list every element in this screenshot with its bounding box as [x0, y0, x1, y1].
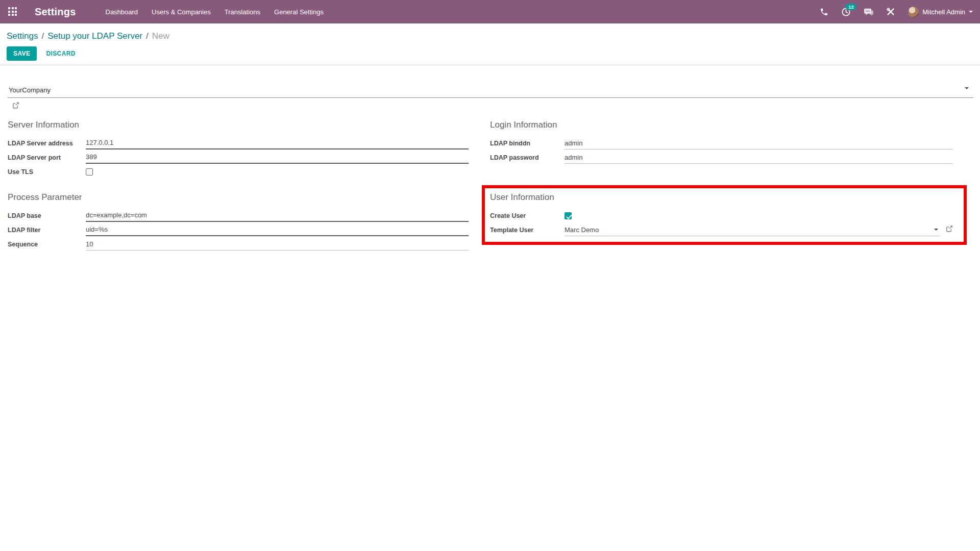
field-row-ldap-server-address: LDAP Server address: [8, 136, 469, 151]
field-label: Use TLS: [8, 168, 86, 176]
section-title: Server Information: [8, 120, 469, 130]
field-row-sequence: Sequence: [8, 237, 469, 252]
external-link-icon[interactable]: [946, 225, 953, 234]
field-row-ldap-base: LDAP base: [8, 209, 469, 223]
field-row-ldap-binddn: LDAP binddn: [490, 136, 953, 151]
nav-item-users-companies[interactable]: Users & Companies: [152, 6, 211, 18]
form-groups: Server Information LDAP Server address L…: [8, 120, 973, 252]
company-input[interactable]: [8, 86, 973, 97]
external-link-icon[interactable]: [12, 102, 19, 111]
ldap-server-address-input[interactable]: [86, 137, 469, 149]
field-label: LDAP base: [8, 212, 86, 219]
control-panel-buttons: SAVE DISCARD: [7, 46, 972, 61]
nav-item-dashboard[interactable]: Dashboard: [106, 6, 138, 18]
caret-down-icon: [969, 11, 973, 13]
breadcrumb-link-settings[interactable]: Settings: [7, 31, 38, 41]
section-title: Process Parameter: [8, 192, 469, 203]
company-field: [8, 85, 973, 98]
field-row-ldap-server-port: LDAP Server port: [8, 151, 469, 165]
field-label: LDAP password: [490, 154, 565, 161]
nav-item-translations[interactable]: Translations: [225, 6, 260, 18]
company-open-record-row: [12, 102, 973, 110]
field-row-use-tls: Use TLS: [8, 165, 469, 179]
ldap-password-input[interactable]: [565, 152, 953, 164]
template-user-input[interactable]: [565, 224, 932, 236]
nav-item-general-settings[interactable]: General Settings: [274, 6, 324, 18]
systray: 12 Mitchell Admin: [820, 7, 973, 17]
use-tls-checkbox[interactable]: [86, 168, 93, 176]
field-label: LDAP filter: [8, 227, 86, 234]
template-user-m2o: [565, 224, 940, 236]
field-label: Sequence: [8, 241, 86, 248]
user-menu[interactable]: Mitchell Admin: [908, 7, 973, 17]
field-label: Create User: [490, 212, 565, 219]
ldap-server-port-input[interactable]: [86, 152, 469, 164]
section-process-parameter: Process Parameter LDAP base LDAP filter …: [8, 192, 469, 252]
field-label: LDAP Server address: [8, 140, 86, 147]
breadcrumb: Settings/Setup your LDAP Server/New: [7, 30, 972, 42]
field-row-template-user: Template User: [490, 223, 953, 237]
breadcrumb-link-ldap[interactable]: Setup your LDAP Server: [47, 31, 142, 41]
user-name: Mitchell Admin: [922, 8, 965, 16]
breadcrumb-separator: /: [41, 31, 44, 41]
field-row-create-user: Create User: [490, 209, 953, 223]
phone-icon[interactable]: [820, 8, 828, 16]
caret-down-icon[interactable]: [934, 229, 938, 231]
discard-button[interactable]: DISCARD: [39, 46, 82, 61]
activity-badge: 12: [846, 4, 856, 11]
apps-menu-icon[interactable]: [8, 7, 17, 16]
field-label: LDAP Server port: [8, 154, 86, 161]
breadcrumb-separator: /: [146, 31, 149, 41]
breadcrumb-current: New: [152, 31, 169, 41]
ldap-filter-input[interactable]: [86, 224, 469, 236]
ldap-binddn-input[interactable]: [565, 138, 953, 149]
sequence-input[interactable]: [86, 239, 469, 251]
field-label: Template User: [490, 227, 565, 234]
ldap-base-input[interactable]: [86, 210, 469, 222]
user-avatar: [908, 7, 919, 17]
activities-clock-icon[interactable]: 12: [841, 7, 851, 17]
field-row-ldap-filter: LDAP filter: [8, 223, 469, 237]
app-title: Settings: [35, 6, 76, 18]
section-title: Login Information: [490, 120, 953, 130]
messages-chat-icon[interactable]: [864, 7, 873, 17]
section-login-information: Login Information LDAP binddn LDAP passw…: [490, 120, 973, 165]
field-label: LDAP binddn: [490, 140, 565, 147]
section-title: User Information: [490, 192, 953, 203]
section-user-information: User Information Create User Template Us…: [490, 192, 973, 237]
tools-icon[interactable]: [886, 7, 895, 16]
create-user-checkbox[interactable]: [565, 212, 572, 219]
section-server-information: Server Information LDAP Server address L…: [8, 120, 469, 179]
control-panel: Settings/Setup your LDAP Server/New SAVE…: [0, 23, 980, 65]
field-row-ldap-password: LDAP password: [490, 151, 953, 165]
top-navbar: Settings Dashboard Users & Companies Tra…: [0, 0, 980, 23]
form-sheet: Server Information LDAP Server address L…: [0, 65, 980, 252]
template-user-field: [565, 224, 953, 236]
top-menu: Dashboard Users & Companies Translations…: [106, 6, 324, 18]
caret-down-icon[interactable]: [965, 87, 969, 89]
save-button[interactable]: SAVE: [7, 46, 37, 61]
